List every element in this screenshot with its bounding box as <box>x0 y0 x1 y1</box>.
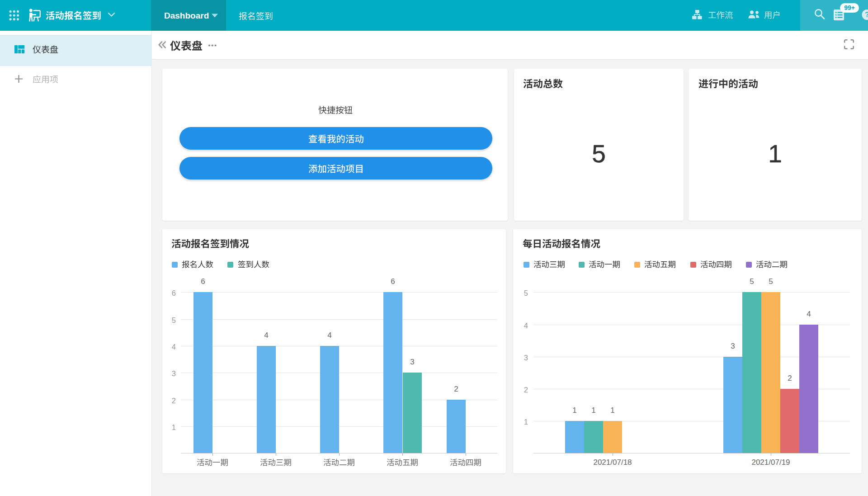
svg-text:?: ? <box>865 11 868 19</box>
